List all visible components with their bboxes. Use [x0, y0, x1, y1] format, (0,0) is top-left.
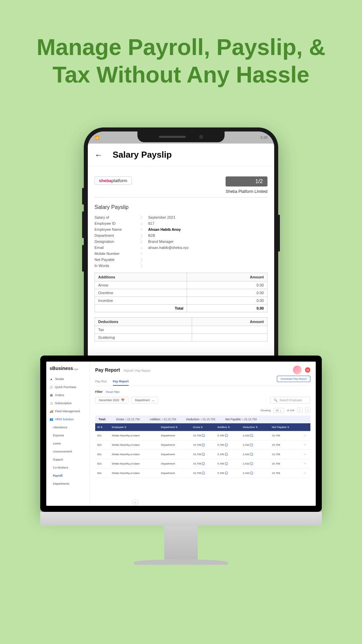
per-page-select[interactable]: 10 ⌄ [274, 408, 284, 413]
column-header[interactable]: Addition ⇅ [216, 423, 241, 431]
back-arrow-icon[interactable]: ← [95, 150, 103, 160]
totals-bar: Total: Gross: ৳ 22,15,758 Addition: ৳ 22… [95, 416, 310, 423]
info-row: Email:ahsan.habib@sheba.xyz [95, 246, 267, 250]
sidebar-item-support[interactable]: Support [46, 455, 89, 464]
sidebar-item-tender[interactable]: ▲Tender [46, 375, 89, 383]
payslip-section-title: Salary Payslip [95, 204, 267, 210]
column-header[interactable]: Net Payable ⇅ [270, 423, 303, 431]
row-expand-button[interactable]: › [303, 450, 310, 459]
info-row: In Words: [95, 264, 267, 268]
pay-report-table: ID ⇅Employee ⇅Department ⇅Gross ⇅Additio… [95, 423, 310, 478]
notification-badge[interactable]: 99 [305, 367, 310, 373]
info-icon[interactable]: i [225, 443, 228, 446]
reset-filter-link[interactable]: Reset Filter [106, 390, 120, 393]
tab-pay-run[interactable]: Pay Run [95, 378, 107, 386]
info-icon[interactable]: i [225, 434, 228, 437]
sidebar-item-expense[interactable]: Expense [46, 431, 89, 439]
sidebar-item-fleet-management[interactable]: 🚚Fleet Management [46, 407, 89, 415]
chevron-down-icon: ⌄ [152, 398, 155, 402]
sidebar-item-attendance[interactable]: Attendance [46, 423, 89, 431]
sidebar-item-subscription[interactable]: ◻Subscription [46, 399, 89, 407]
info-row: Mobile Number: [95, 252, 267, 256]
info-icon[interactable]: i [250, 462, 253, 465]
deductions-table: Deductions Amount TaxScattering [95, 317, 267, 341]
sidebar-item-orders[interactable]: ▦Orders [46, 391, 89, 399]
info-icon[interactable]: i [225, 453, 228, 456]
amount-header: Amount [192, 318, 267, 326]
info-row: Net Payable: [95, 258, 267, 262]
info-icon[interactable]: i [250, 443, 253, 446]
table-row: 001Shitab Mushfiq-ul IslamDepartment 15,… [95, 440, 310, 450]
search-input[interactable]: 🔍 Search Employee [270, 397, 310, 404]
info-row: Employee Name:Ahsan Habib Anoy [95, 227, 267, 231]
table-row: Tax [95, 326, 267, 334]
row-expand-button[interactable]: › [303, 431, 310, 440]
sidebar-item-quick-purchase[interactable]: 🛒Quick Purchase [46, 383, 89, 391]
info-row: Department:B2B [95, 233, 267, 237]
amount-header: Amount [187, 273, 267, 281]
calendar-icon: 📅 [121, 398, 125, 402]
next-page-button[interactable]: › [305, 408, 310, 413]
additions-table: Additions Amount Arrear0.00Overtime0.00I… [95, 273, 267, 312]
table-row: 001Shitab Mushfiq-ul IslamDepartment 15,… [95, 431, 310, 440]
status-time: 3:28 [260, 136, 267, 140]
column-header[interactable]: Department ⇅ [159, 423, 191, 431]
sidebar-item-announcement[interactable]: Announcement [46, 447, 89, 455]
page-title: Pay Report [95, 367, 120, 373]
marketing-headline: Manage Payroll, Payslip, & Tax Without A… [0, 0, 362, 102]
table-row: Scattering [95, 334, 267, 341]
nav-icon: ▲ [50, 377, 53, 381]
info-icon[interactable]: i [202, 434, 205, 437]
info-icon[interactable]: i [202, 462, 205, 465]
row-expand-button[interactable]: › [303, 459, 310, 469]
app-title: Salary Payslip [113, 150, 172, 160]
deductions-header: Deductions [95, 318, 192, 326]
sidebar-item-hrm-solution[interactable]: 👥HRM Solution [46, 415, 89, 423]
sidebar-item-departments[interactable]: Departments [46, 480, 89, 488]
info-icon[interactable]: i [225, 472, 228, 475]
info-icon[interactable]: i [202, 472, 205, 475]
sidebar-collapse-button[interactable]: ‹ [132, 499, 138, 505]
search-icon: 🔍 [274, 398, 278, 402]
tab-pay-report[interactable]: Pay Report [113, 378, 129, 386]
info-icon[interactable]: i [202, 453, 205, 456]
info-row: Designation:Brand Manager [95, 239, 267, 244]
phone-notch [137, 131, 225, 142]
department-select[interactable]: Department⌄ [131, 397, 158, 404]
info-icon[interactable]: i [225, 462, 228, 465]
info-icon[interactable]: i [250, 472, 253, 475]
showing-label: Showing [260, 409, 271, 412]
month-select[interactable]: December 2020📅 [95, 397, 128, 404]
nav-icon: 👥 [50, 418, 53, 421]
info-icon[interactable]: i [250, 453, 253, 456]
table-row: 001Shitab Mushfiq-ul IslamDepartment 15,… [95, 459, 310, 469]
nav-icon: ▦ [50, 393, 53, 397]
table-row: Incentive0.00 [95, 297, 267, 305]
nav-icon: 🚚 [50, 410, 53, 413]
avatar[interactable] [293, 366, 302, 374]
sidebar-item-leave[interactable]: Leave [46, 439, 89, 447]
company-name: Sheba Platform Limited [226, 189, 267, 194]
column-header[interactable]: Gross ⇅ [191, 423, 216, 431]
nav-icon: ◻ [50, 401, 53, 405]
of-total: of 144 [287, 409, 294, 412]
download-report-button[interactable]: Download Pay Report [277, 376, 310, 382]
breadcrumb: Payroll / Pay Report [124, 369, 150, 372]
table-row: 001Shitab Mushfiq-ul IslamDepartment 15,… [95, 450, 310, 459]
column-header[interactable]: Employee ⇅ [110, 423, 159, 431]
additions-header: Additions [95, 273, 187, 281]
info-row: Employee ID:817 [95, 221, 267, 225]
prev-page-button[interactable]: ‹ [297, 408, 302, 413]
table-row: 001Shitab Mushfiq-ul IslamDepartment 15,… [95, 469, 310, 478]
column-header[interactable]: ID ⇅ [95, 423, 110, 431]
info-icon[interactable]: i [250, 434, 253, 437]
sidebar-item-co-workers[interactable]: Co-Workers [46, 464, 89, 472]
row-expand-button[interactable]: › [303, 469, 310, 478]
info-row: Salary of:September 2021 [95, 215, 267, 219]
column-header[interactable]: Deduction ⇅ [241, 423, 270, 431]
info-icon[interactable]: i [202, 443, 205, 446]
row-expand-button[interactable]: › [303, 440, 310, 450]
table-row: Overtime0.00 [95, 289, 267, 297]
app-header: ← Salary Payslip [88, 144, 274, 166]
sidebar-item-payroll[interactable]: Payroll [46, 472, 89, 480]
